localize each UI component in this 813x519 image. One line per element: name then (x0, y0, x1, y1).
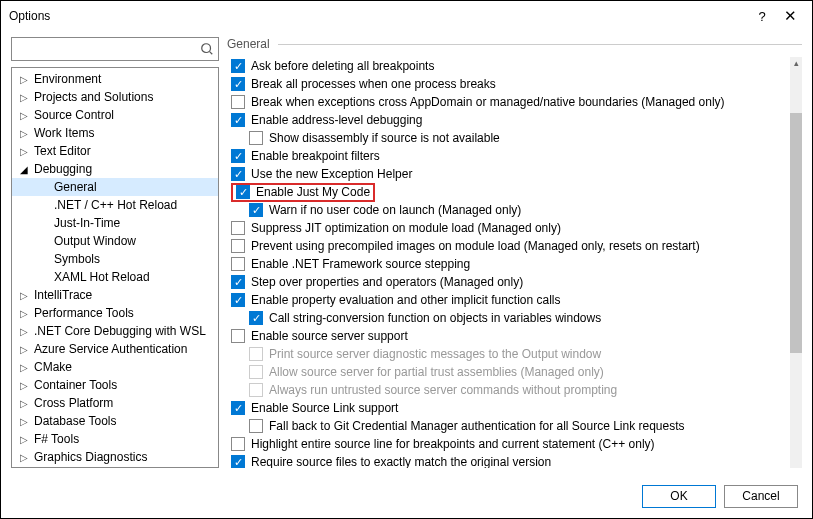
checkbox[interactable] (231, 329, 245, 343)
tree-item[interactable]: ▷Text Editor (12, 142, 218, 160)
tree-item[interactable]: ▷Environment (12, 70, 218, 88)
window-title: Options (9, 9, 748, 23)
option-label: Always run untrusted source server comma… (269, 383, 617, 397)
option-label: Use the new Exception Helper (251, 167, 412, 181)
tree-item[interactable]: ▷Performance Tools (12, 304, 218, 322)
checkbox (249, 365, 263, 379)
tree-item[interactable]: ▷Work Items (12, 124, 218, 142)
chevron-down-icon[interactable]: ◢ (18, 164, 30, 175)
checkbox[interactable]: ✓ (231, 59, 245, 73)
category-tree[interactable]: ▷Environment▷Projects and Solutions▷Sour… (11, 67, 219, 468)
checkbox[interactable] (231, 437, 245, 451)
checkbox[interactable]: ✓ (249, 203, 263, 217)
checkbox[interactable]: ✓ (231, 77, 245, 91)
tree-item[interactable]: Just-In-Time (12, 214, 218, 232)
option-label: Step over properties and operators (Mana… (251, 275, 523, 289)
checkbox[interactable] (231, 221, 245, 235)
option-label: Enable .NET Framework source stepping (251, 257, 470, 271)
tree-item[interactable]: ▷IntelliTrace (12, 286, 218, 304)
option-row: Enable .NET Framework source stepping (227, 255, 788, 273)
search-input[interactable] (12, 42, 196, 56)
chevron-right-icon[interactable]: ▷ (18, 434, 30, 445)
option-label: Break when exceptions cross AppDomain or… (251, 95, 725, 109)
tree-item[interactable]: ▷CMake (12, 358, 218, 376)
option-row: ✓Enable Source Link support (227, 399, 788, 417)
option-label: Enable source server support (251, 329, 408, 343)
checkbox[interactable] (249, 419, 263, 433)
tree-item[interactable]: ▷IntelliCode (12, 466, 218, 468)
option-row: Print source server diagnostic messages … (227, 345, 788, 363)
checkbox (249, 383, 263, 397)
tree-item[interactable]: .NET / C++ Hot Reload (12, 196, 218, 214)
option-row: Allow source server for partial trust as… (227, 363, 788, 381)
chevron-right-icon[interactable]: ▷ (18, 110, 30, 121)
dialog-footer: OK Cancel (1, 474, 812, 518)
tree-item-label: IntelliTrace (30, 288, 92, 302)
checkbox[interactable]: ✓ (231, 401, 245, 415)
checkbox[interactable] (231, 239, 245, 253)
tree-item[interactable]: Output Window (12, 232, 218, 250)
checkbox[interactable]: ✓ (249, 311, 263, 325)
settings-container: ✓Ask before deleting all breakpoints✓Bre… (227, 57, 802, 468)
settings-panel[interactable]: ✓Ask before deleting all breakpoints✓Bre… (227, 57, 802, 468)
chevron-right-icon[interactable]: ▷ (18, 452, 30, 463)
checkbox[interactable]: ✓ (231, 113, 245, 127)
chevron-right-icon[interactable]: ▷ (18, 344, 30, 355)
tree-item[interactable]: General (12, 178, 218, 196)
checkbox[interactable]: ✓ (231, 293, 245, 307)
option-label: Break all processes when one process bre… (251, 77, 496, 91)
chevron-right-icon[interactable]: ▷ (18, 146, 30, 157)
search-box[interactable] (11, 37, 219, 61)
ok-button[interactable]: OK (642, 485, 716, 508)
chevron-right-icon[interactable]: ▷ (18, 326, 30, 337)
tree-item-label: Azure Service Authentication (30, 342, 187, 356)
checkbox[interactable]: ✓ (231, 275, 245, 289)
chevron-right-icon[interactable]: ▷ (18, 398, 30, 409)
option-label: Warn if no user code on launch (Managed … (269, 203, 521, 217)
option-row: ✓Enable property evaluation and other im… (227, 291, 788, 309)
option-label: Fall back to Git Credential Manager auth… (269, 419, 685, 433)
tree-item[interactable]: ▷Azure Service Authentication (12, 340, 218, 358)
chevron-right-icon[interactable]: ▷ (18, 290, 30, 301)
scrollbar-thumb[interactable] (790, 113, 802, 353)
close-button[interactable]: ✕ (776, 2, 804, 30)
tree-item[interactable]: ▷Cross Platform (12, 394, 218, 412)
cancel-button[interactable]: Cancel (724, 485, 798, 508)
option-label: Show disassembly if source is not availa… (269, 131, 500, 145)
tree-item[interactable]: Symbols (12, 250, 218, 268)
chevron-right-icon[interactable]: ▷ (18, 362, 30, 373)
checkbox[interactable]: ✓ (231, 455, 245, 468)
tree-item[interactable]: ▷F# Tools (12, 430, 218, 448)
help-button[interactable]: ? (748, 2, 776, 30)
checkbox[interactable] (231, 257, 245, 271)
checkbox[interactable] (231, 95, 245, 109)
checkbox[interactable]: ✓ (231, 149, 245, 163)
checkbox[interactable] (249, 131, 263, 145)
tree-item-label: General (50, 180, 97, 194)
tree-item-label: Text Editor (30, 144, 91, 158)
tree-item[interactable]: XAML Hot Reload (12, 268, 218, 286)
chevron-right-icon[interactable]: ▷ (18, 128, 30, 139)
scrollbar-up-icon[interactable]: ▴ (790, 57, 802, 69)
tree-item[interactable]: ◢Debugging (12, 160, 218, 178)
tree-item-label: .NET Core Debugging with WSL (30, 324, 206, 338)
chevron-right-icon[interactable]: ▷ (18, 92, 30, 103)
tree-item-label: Container Tools (30, 378, 117, 392)
checkbox[interactable]: ✓ (231, 167, 245, 181)
tree-item[interactable]: ▷Container Tools (12, 376, 218, 394)
tree-item[interactable]: ▷.NET Core Debugging with WSL (12, 322, 218, 340)
tree-item[interactable]: ▷Projects and Solutions (12, 88, 218, 106)
chevron-right-icon[interactable]: ▷ (18, 380, 30, 391)
tree-item-label: Graphics Diagnostics (30, 450, 147, 464)
tree-item[interactable]: ▷Source Control (12, 106, 218, 124)
chevron-right-icon[interactable]: ▷ (18, 416, 30, 427)
tree-item[interactable]: ▷Database Tools (12, 412, 218, 430)
checkbox[interactable]: ✓ (236, 185, 250, 199)
chevron-right-icon[interactable]: ▷ (18, 74, 30, 85)
option-row: Break when exceptions cross AppDomain or… (227, 93, 788, 111)
tree-item-label: Just-In-Time (50, 216, 120, 230)
tree-item[interactable]: ▷Graphics Diagnostics (12, 448, 218, 466)
chevron-right-icon[interactable]: ▷ (18, 308, 30, 319)
right-column: General ✓Ask before deleting all breakpo… (227, 37, 802, 468)
option-label: Highlight entire source line for breakpo… (251, 437, 655, 451)
